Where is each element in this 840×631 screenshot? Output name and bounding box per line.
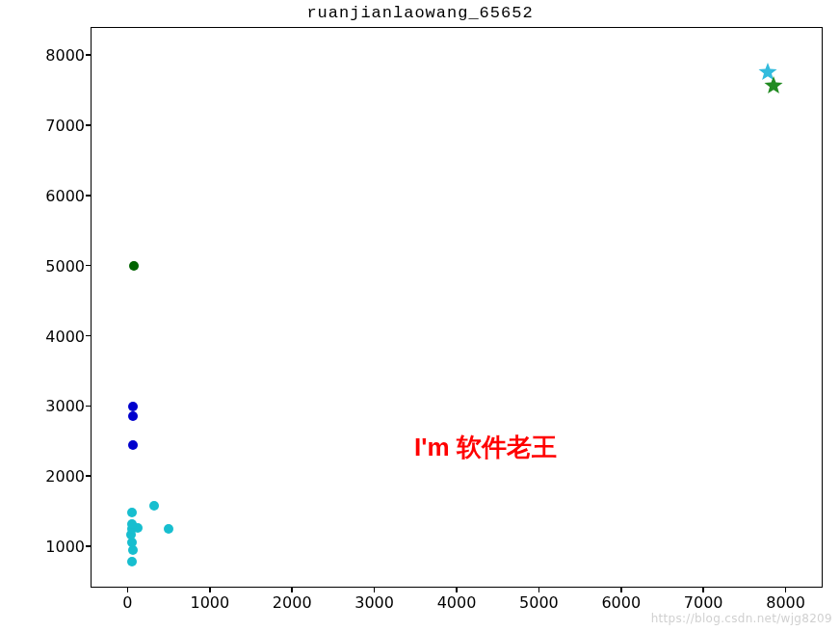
- data-star: [764, 76, 783, 99]
- y-tick-label: 6000: [45, 186, 85, 204]
- x-tick-label: 4000: [437, 593, 477, 612]
- chart-title: ruanjianlaowang_65652: [0, 4, 840, 22]
- watermark-text: https://blog.csdn.net/wjg8209: [651, 612, 832, 625]
- x-tick-label: 2000: [273, 593, 312, 612]
- data-point: [129, 261, 139, 271]
- y-tick-label: 7000: [45, 116, 85, 134]
- y-tick-label: 3000: [45, 397, 85, 415]
- y-tick-label: 1000: [45, 538, 85, 556]
- y-tick-label: 5000: [45, 256, 85, 275]
- x-tick-label: 3000: [354, 593, 394, 612]
- x-tick-label: 7000: [684, 593, 723, 612]
- x-tick-label: 6000: [601, 593, 641, 612]
- data-point: [128, 402, 138, 411]
- data-point: [127, 508, 137, 517]
- x-tick-label: 5000: [519, 593, 559, 612]
- y-tick-label: 8000: [45, 46, 85, 65]
- x-tick-label: 8000: [766, 593, 805, 612]
- x-tick-label: 0: [122, 593, 132, 612]
- data-point: [127, 519, 137, 529]
- annotation-text: I'm 软件老王: [414, 431, 557, 464]
- plot-area: [91, 27, 823, 588]
- x-tick-label: 1000: [190, 593, 229, 612]
- y-tick-label: 2000: [45, 467, 85, 486]
- data-point: [128, 411, 138, 421]
- data-point: [164, 524, 173, 534]
- y-tick-label: 4000: [45, 327, 85, 345]
- data-point: [128, 440, 138, 450]
- svg-marker-1: [764, 76, 782, 93]
- chart-container: ruanjianlaowang_65652 100020003000400050…: [0, 0, 840, 631]
- data-point: [149, 501, 159, 511]
- data-point: [127, 557, 137, 566]
